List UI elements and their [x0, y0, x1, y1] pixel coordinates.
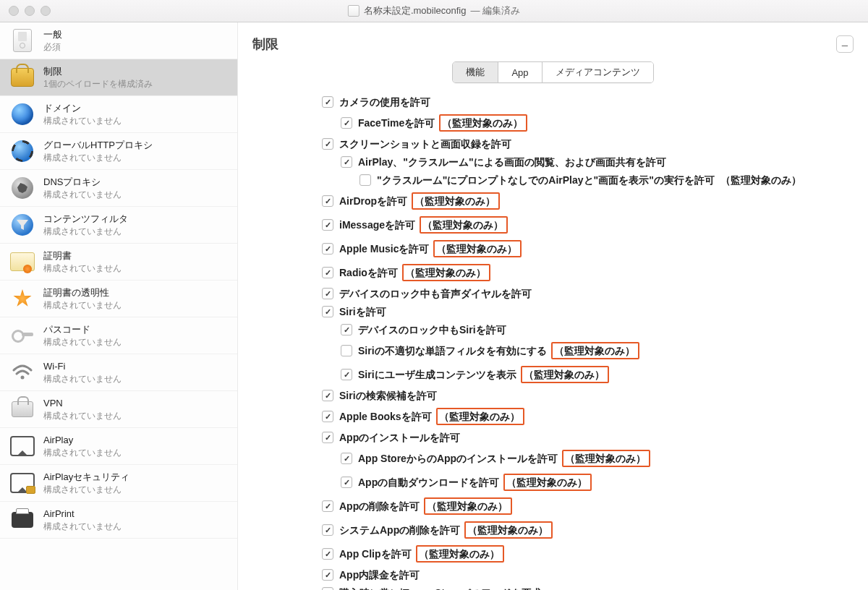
sidebar-item-label: VPN [43, 397, 122, 410]
minimize-window-button[interactable] [25, 6, 35, 16]
vpn-icon [10, 397, 35, 422]
checkbox[interactable] [322, 267, 333, 278]
sidebar-item-airplays[interactable]: AirPlayセキュリティ構成されていません [0, 465, 237, 502]
checkbox[interactable] [322, 390, 333, 401]
zoom-window-button[interactable] [41, 6, 51, 16]
option-row: カメラの使用を許可 [322, 96, 854, 108]
window-controls [9, 6, 51, 16]
option-row: App内課金を許可 [322, 569, 854, 581]
checkbox[interactable] [341, 324, 352, 335]
sidebar-item-sub: 構成されていません [43, 447, 122, 458]
close-window-button[interactable] [9, 6, 19, 16]
option-row: システムAppの削除を許可（監理対象のみ） [322, 521, 854, 539]
checkbox[interactable] [322, 243, 333, 255]
option-row: Appの削除を許可（監理対象のみ） [322, 497, 854, 515]
sidebar-item-general[interactable]: 一般必須 [0, 22, 237, 59]
checkbox[interactable] [322, 306, 333, 317]
option-label: デバイスのロック中も音声ダイヤルを許可 [339, 288, 532, 299]
option-label: デバイスのロック中もSiriを許可 [358, 325, 506, 335]
sidebar-item-wifi[interactable]: Wi-Fi構成されていません [0, 354, 237, 391]
tab-media[interactable]: メディアコンテンツ [542, 62, 653, 82]
checkbox[interactable] [341, 369, 352, 380]
checkbox[interactable] [341, 476, 352, 488]
supervised-badge: （監理対象のみ） [424, 497, 512, 515]
checkbox[interactable] [322, 219, 333, 231]
dns-icon [10, 176, 35, 200]
supervised-badge: （監理対象のみ） [503, 474, 592, 491]
sidebar-item-vpn[interactable]: VPN構成されていません [0, 391, 237, 428]
supervised-badge: （監理対象のみ） [562, 450, 650, 467]
option-label: Apple Musicを許可 [339, 244, 429, 254]
checkbox[interactable] [322, 195, 333, 207]
checkbox[interactable] [322, 288, 333, 299]
sidebar-item-pass[interactable]: パスコード構成されていません [0, 317, 237, 354]
checkbox[interactable] [322, 500, 333, 512]
option-row: FaceTimeを許可（監理対象のみ） [341, 114, 854, 132]
checkbox[interactable] [322, 432, 333, 443]
sidebar: 一般必須制限1個のペイロードを構成済みドメイン構成されていませんグローバルHTT… [0, 22, 238, 590]
option-row: デバイスのロック中も音声ダイヤルを許可 [322, 288, 854, 299]
filter-icon [10, 213, 35, 237]
sidebar-item-restrict[interactable]: 制限1個のペイロードを構成済み [0, 59, 237, 96]
checkbox[interactable] [322, 138, 333, 150]
sidebar-item-label: DNSプロキシ [43, 176, 122, 189]
sidebar-item-proxy[interactable]: グローバルHTTPプロキシ構成されていません [0, 133, 237, 170]
page-title: 制限 [252, 35, 278, 53]
sidebar-item-ct[interactable]: 証明書の透明性構成されていません [0, 281, 237, 317]
sidebar-item-dns[interactable]: DNSプロキシ構成されていません [0, 170, 237, 207]
tab-app[interactable]: App [498, 62, 542, 82]
tab-functions[interactable]: 機能 [453, 62, 498, 82]
dirty-status: — 編集済み [470, 4, 520, 17]
sidebar-item-airprint[interactable]: AirPrint構成されていません [0, 502, 237, 539]
sidebar-item-domain[interactable]: ドメイン構成されていません [0, 96, 237, 133]
option-row: AirDropを許可（監理対象のみ） [322, 192, 854, 210]
option-row: デバイスのロック中もSiriを許可 [341, 324, 854, 335]
option-label: FaceTimeを許可 [358, 118, 435, 128]
checkbox[interactable] [322, 569, 333, 581]
option-row: Apple Booksを許可（監理対象のみ） [322, 408, 854, 425]
option-label: カメラの使用を許可 [339, 97, 430, 107]
checkbox[interactable] [322, 96, 333, 108]
window-title: 名称未設定.mobileconfig — 編集済み [348, 4, 520, 17]
option-label: Siriを許可 [339, 307, 386, 317]
sidebar-item-sub: 構成されていません [43, 521, 122, 532]
option-label: Apple Booksを許可 [339, 411, 432, 422]
restrict-icon [10, 65, 35, 90]
option-label: AirPlay、"クラスルーム"による画面の閲覧、および画面共有を許可 [358, 157, 666, 167]
sidebar-item-sub: 必須 [43, 41, 62, 53]
filename: 名称未設定.mobileconfig [364, 4, 467, 17]
option-label: スクリーンショットと画面収録を許可 [339, 139, 511, 149]
checkbox[interactable] [322, 548, 333, 560]
supervised-badge: （監理対象のみ） [402, 264, 490, 281]
sidebar-item-label: グローバルHTTPプロキシ [43, 139, 153, 152]
option-row: Apple Musicを許可（監理対象のみ） [322, 240, 854, 257]
sidebar-item-sub: 構成されていません [43, 115, 122, 127]
checkbox[interactable] [322, 524, 333, 536]
sidebar-item-filter[interactable]: コンテンツフィルタ構成されていません [0, 207, 237, 244]
options-list: カメラの使用を許可FaceTimeを許可（監理対象のみ）スクリーンショットと画面… [322, 96, 854, 590]
checkbox[interactable] [341, 156, 352, 168]
option-label: システムAppの削除を許可 [339, 525, 460, 535]
sidebar-item-label: 一般 [43, 28, 62, 41]
option-label: App StoreからのAppのインストールを許可 [358, 453, 558, 463]
sidebar-item-airplay[interactable]: AirPlay構成されていません [0, 428, 237, 465]
checkbox[interactable] [322, 587, 333, 590]
collapse-button[interactable]: – [836, 35, 854, 53]
sidebar-item-sub: 構成されていません [43, 152, 153, 163]
checkbox[interactable] [359, 174, 371, 186]
option-row: App StoreからのAppのインストールを許可（監理対象のみ） [341, 450, 854, 467]
option-row: iMessageを許可（監理対象のみ） [322, 216, 854, 234]
option-row: Appの自動ダウンロードを許可（監理対象のみ） [341, 474, 854, 491]
option-row: AirPlay、"クラスルーム"による画面の閲覧、および画面共有を許可 [341, 156, 854, 168]
option-row: Siriにユーザ生成コンテンツを表示（監理対象のみ） [341, 366, 854, 383]
sidebar-item-sub: 構成されていません [43, 484, 129, 495]
checkbox[interactable] [341, 345, 352, 356]
checkbox[interactable] [341, 117, 352, 129]
option-label: App Clipを許可 [339, 549, 412, 559]
checkbox[interactable] [322, 411, 333, 422]
sidebar-item-cert[interactable]: 証明書構成されていません [0, 244, 237, 281]
option-label: AirDropを許可 [339, 196, 407, 206]
sidebar-item-sub: 構成されていません [43, 373, 122, 385]
content: 制限 – 機能 App メディアコンテンツ カメラの使用を許可FaceTimeを… [238, 22, 868, 590]
checkbox[interactable] [341, 453, 352, 464]
